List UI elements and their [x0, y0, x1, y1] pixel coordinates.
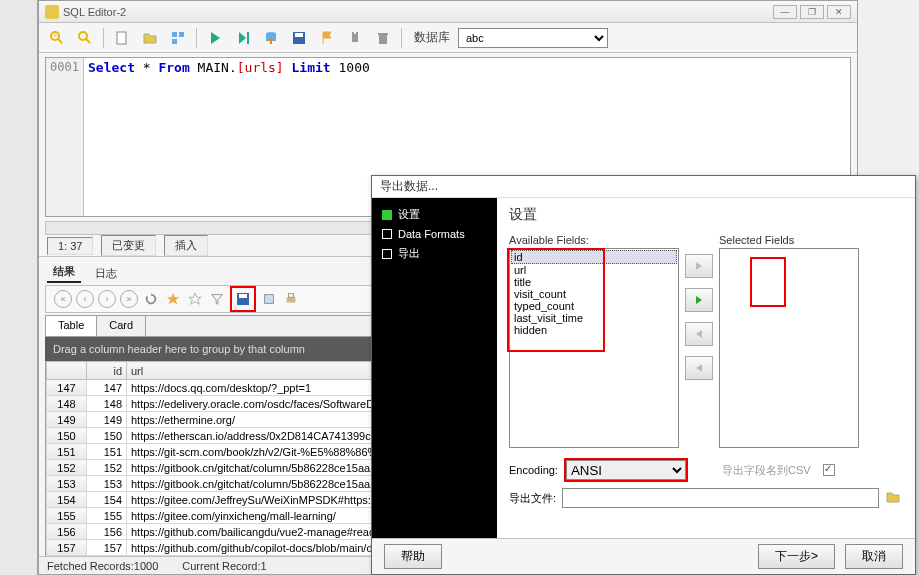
- svg-rect-5: [117, 32, 126, 44]
- svg-rect-23: [288, 294, 293, 298]
- svg-point-3: [79, 32, 87, 40]
- move-all-right-button[interactable]: [685, 288, 713, 312]
- dialog-title: 导出数据...: [372, 176, 915, 198]
- current-record: Current Record:1: [182, 560, 266, 572]
- export-icon[interactable]: [261, 28, 281, 48]
- print-icon[interactable]: [282, 290, 300, 308]
- annotation-box: ANSI: [564, 458, 688, 482]
- database-select[interactable]: abc: [458, 28, 608, 48]
- svg-rect-9: [247, 32, 249, 44]
- export-dialog: 导出数据... 设置 Data Formats 导出 设置 Available …: [371, 175, 916, 575]
- window-title: SQL Editor-2: [63, 6, 126, 18]
- svg-line-1: [58, 39, 62, 43]
- insert-mode: 插入: [164, 235, 208, 256]
- zoom-out-icon[interactable]: [75, 28, 95, 48]
- dialog-buttons: 帮助 下一步> 取消: [372, 538, 915, 574]
- new-doc-icon[interactable]: [112, 28, 132, 48]
- encoding-select[interactable]: ANSI: [566, 460, 686, 480]
- star-outline-icon[interactable]: [186, 290, 204, 308]
- svg-rect-18: [378, 33, 388, 35]
- encoding-label: Encoding:: [509, 464, 558, 476]
- list-item[interactable]: url: [511, 264, 677, 276]
- export-csv-checkbox[interactable]: [823, 464, 835, 476]
- available-fields-list[interactable]: idurltitlevisit_counttyped_countlast_vis…: [509, 248, 679, 448]
- run-step-icon[interactable]: [233, 28, 253, 48]
- svg-rect-13: [295, 33, 303, 37]
- refresh-icon[interactable]: [142, 290, 160, 308]
- list-item[interactable]: id: [511, 250, 677, 264]
- database-label: 数据库: [414, 29, 450, 46]
- outfile-input[interactable]: [562, 488, 879, 508]
- svg-rect-7: [179, 32, 184, 37]
- line-number: 0001: [50, 60, 79, 74]
- zoom-in-icon[interactable]: +: [47, 28, 67, 48]
- open-icon[interactable]: [140, 28, 160, 48]
- svg-rect-22: [287, 297, 296, 302]
- browse-folder-icon[interactable]: [885, 489, 903, 507]
- list-item[interactable]: hidden: [511, 324, 677, 336]
- maximize-button[interactable]: ❐: [800, 5, 824, 19]
- move-left-button[interactable]: [685, 322, 713, 346]
- nav-last-button[interactable]: »: [120, 290, 138, 308]
- nav-prev-button[interactable]: ‹: [76, 290, 94, 308]
- tab-results[interactable]: 结果: [47, 262, 81, 283]
- cancel-button[interactable]: 取消: [845, 544, 903, 569]
- query-builder-icon[interactable]: [168, 28, 188, 48]
- nav-next-button[interactable]: ›: [98, 290, 116, 308]
- row-hdr-col: [47, 362, 87, 380]
- list-item[interactable]: visit_count: [511, 288, 677, 300]
- svg-rect-17: [379, 35, 387, 44]
- svg-rect-8: [172, 39, 177, 44]
- svg-rect-21: [265, 295, 274, 304]
- list-item[interactable]: title: [511, 276, 677, 288]
- tab-log[interactable]: 日志: [89, 264, 123, 283]
- changed-status: 已变更: [101, 235, 156, 256]
- close-button[interactable]: ✕: [827, 5, 851, 19]
- svg-rect-20: [239, 294, 247, 298]
- plug-icon[interactable]: [345, 28, 365, 48]
- list-item[interactable]: typed_count: [511, 300, 677, 312]
- annotation-box: [750, 257, 786, 307]
- run-icon[interactable]: [205, 28, 225, 48]
- next-button[interactable]: 下一步>: [758, 544, 835, 569]
- available-label: Available Fields:: [509, 234, 679, 246]
- cursor-pos: 1: 37: [47, 237, 93, 255]
- tree-export[interactable]: 导出: [376, 243, 493, 264]
- main-toolbar: + 数据库 abc: [39, 23, 857, 53]
- title-bar: SQL Editor-2 — ❐ ✕: [39, 1, 857, 23]
- move-right-button[interactable]: [685, 254, 713, 278]
- flag-icon[interactable]: [317, 28, 337, 48]
- svg-line-4: [86, 39, 90, 43]
- svg-text:+: +: [53, 32, 57, 39]
- filter-icon[interactable]: [208, 290, 226, 308]
- print-preview-icon[interactable]: [260, 290, 278, 308]
- selected-label: Selected Fields: [719, 234, 859, 246]
- dialog-nav-tree: 设置 Data Formats 导出: [372, 198, 497, 538]
- export-grid-icon[interactable]: [234, 290, 252, 308]
- svg-rect-14: [352, 34, 358, 42]
- trash-icon[interactable]: [373, 28, 393, 48]
- col-id[interactable]: id: [87, 362, 127, 380]
- selected-fields-list[interactable]: [719, 248, 859, 448]
- app-icon: [45, 5, 59, 19]
- nav-first-button[interactable]: «: [54, 290, 72, 308]
- export-csv-label: 导出字段名到CSV: [722, 463, 811, 478]
- tree-settings[interactable]: 设置: [376, 204, 493, 225]
- help-button[interactable]: 帮助: [384, 544, 442, 569]
- view-tab-table[interactable]: Table: [46, 316, 97, 336]
- fetched-count: Fetched Records:1000: [47, 560, 158, 572]
- star-icon[interactable]: [164, 290, 182, 308]
- outfile-label: 导出文件:: [509, 491, 556, 506]
- move-all-left-button[interactable]: [685, 356, 713, 380]
- view-tab-card[interactable]: Card: [97, 316, 146, 336]
- export-highlight: [230, 286, 256, 312]
- list-item[interactable]: last_visit_time: [511, 312, 677, 324]
- tree-formats[interactable]: Data Formats: [376, 225, 493, 243]
- dialog-heading: 设置: [509, 206, 903, 224]
- svg-rect-6: [172, 32, 177, 37]
- minimize-button[interactable]: —: [773, 5, 797, 19]
- save-icon[interactable]: [289, 28, 309, 48]
